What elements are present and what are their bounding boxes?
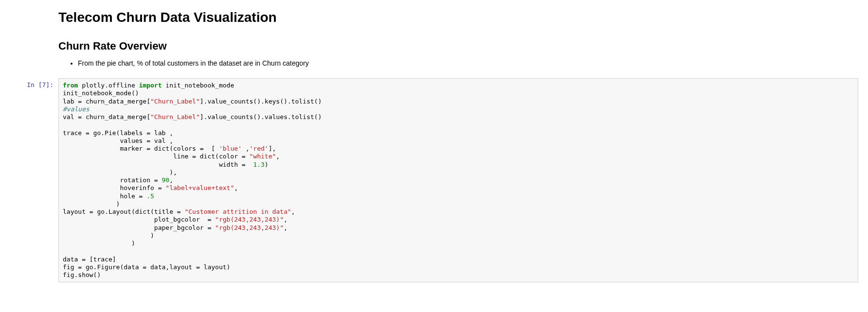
- number: .5: [146, 192, 154, 200]
- code-text: ,: [284, 224, 288, 231]
- markdown-cell: Telecom Churn Data Visualization Churn R…: [0, 10, 868, 69]
- code-cell: In [7]: from plotly.offline import init_…: [0, 78, 868, 282]
- code-text: marker = dict(colors = [: [63, 145, 219, 152]
- code-text: paper_bgcolor =: [63, 224, 215, 231]
- code-text: ].value_counts().keys().tolist(): [200, 98, 322, 105]
- code-text: ): [265, 161, 269, 168]
- section-title: Churn Rate Overview: [58, 40, 810, 52]
- code-input-area[interactable]: from plotly.offline import init_notebook…: [58, 78, 858, 282]
- list-item: From the pie chart, % of total customers…: [78, 58, 810, 69]
- code-text: ): [63, 200, 120, 208]
- code-text: line = dict(color =: [63, 153, 250, 160]
- string: "white": [250, 153, 276, 160]
- string: "rgb(243,243,243)": [215, 216, 284, 223]
- string: "Customer attrition in data": [184, 208, 291, 215]
- code-text: lab = churn_data_merge[: [63, 98, 150, 105]
- string: "rgb(243,243,243)": [215, 224, 284, 231]
- code-text: trace = go.Pie(labels = lab ,: [63, 129, 173, 137]
- number: 1.3: [253, 161, 264, 168]
- code-text: ,: [291, 208, 295, 215]
- code-text: init_notebook_mode: [162, 82, 235, 89]
- code-text: init_notebook_mode(): [63, 89, 139, 97]
- code-text: ,: [276, 153, 280, 160]
- page-title: Telecom Churn Data Visualization: [58, 10, 810, 25]
- code-text: ,: [234, 184, 238, 191]
- code-text: ].value_counts().values.tolist(): [200, 113, 322, 121]
- code-text: ,: [242, 145, 250, 152]
- number: 90: [162, 176, 170, 184]
- string: 'blue': [219, 145, 242, 152]
- keyword: from: [63, 82, 78, 89]
- input-prompt: In [7]:: [0, 78, 58, 282]
- code-text: data = [trace]: [63, 256, 116, 263]
- code-text: ,: [284, 216, 288, 223]
- notebook-container: Telecom Churn Data Visualization Churn R…: [0, 10, 868, 282]
- code-text: width =: [63, 161, 253, 168]
- code-text: values = val ,: [63, 137, 173, 144]
- code-text: val = churn_data_merge[: [63, 113, 150, 121]
- code-text: ],: [269, 145, 276, 152]
- code-text: fig.show(): [63, 271, 101, 278]
- code-text: hole =: [63, 192, 146, 200]
- code-text: ): [63, 232, 154, 239]
- code-text: ): [63, 240, 135, 247]
- code-text: rotation =: [63, 176, 162, 184]
- code-text: ,: [169, 176, 173, 184]
- comment: #values: [63, 105, 90, 113]
- string: 'red': [250, 145, 269, 152]
- code-text: plotly.offline: [78, 82, 139, 89]
- code-text: plot_bgcolor =: [63, 216, 215, 223]
- code-text: ),: [63, 169, 177, 176]
- bullet-list: From the pie chart, % of total customers…: [58, 58, 810, 69]
- string: "Churn_Label": [150, 113, 200, 121]
- code-text: layout = go.Layout(dict(title =: [63, 208, 184, 215]
- keyword: import: [139, 82, 162, 89]
- string: "Churn_Label": [150, 98, 200, 105]
- code-text: fig = go.Figure(data = data,layout = lay…: [63, 263, 230, 271]
- string: "label+value+text": [165, 184, 234, 191]
- code-text: hoverinfo =: [63, 184, 165, 191]
